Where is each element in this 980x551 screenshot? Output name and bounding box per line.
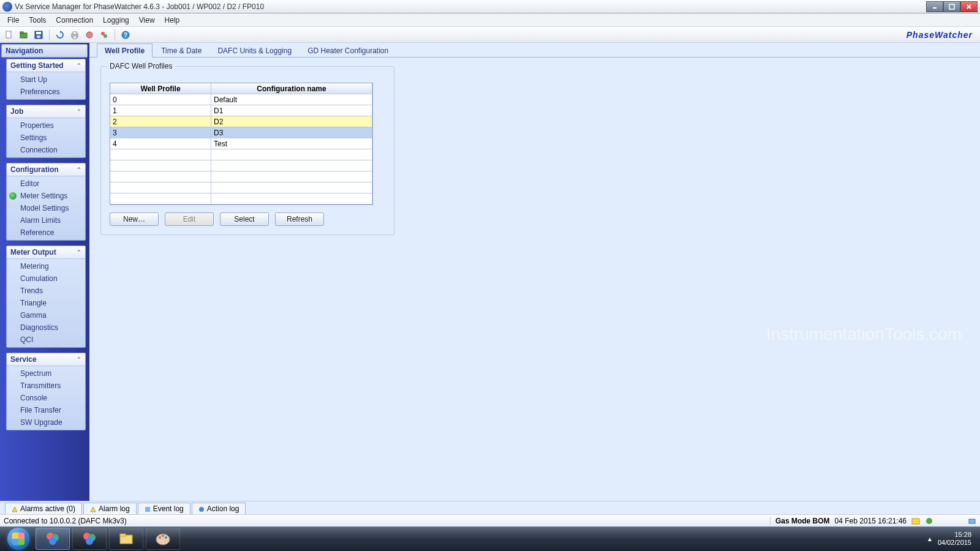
- toolbar: ? PhaseWatcher: [0, 27, 980, 43]
- tab-event-log[interactable]: Event log: [138, 503, 190, 514]
- status-indicator-1-icon: [911, 517, 920, 525]
- nav-item-metering[interactable]: Metering: [7, 260, 85, 272]
- nav-item-connection[interactable]: Connection: [7, 144, 85, 156]
- table-row-empty[interactable]: [110, 193, 372, 204]
- menu-file[interactable]: File: [2, 15, 24, 26]
- nav-item-file-transfer[interactable]: File Transfer: [7, 404, 85, 416]
- bottom-tabs: Alarms active (0) Alarm log Event log Ac…: [0, 501, 980, 514]
- nav-item-diagnostics[interactable]: Diagnostics: [7, 321, 85, 334]
- select-button[interactable]: Select: [220, 212, 269, 226]
- navigation-sidebar: Navigation Getting Started⌃Start UpPrefe…: [0, 43, 89, 501]
- tray-clock[interactable]: 15:28 04/02/2015: [938, 531, 971, 547]
- status-bar: Connected to 10.0.0.2 (DAFC Mk3v3) Gas M…: [0, 514, 980, 527]
- minimize-button[interactable]: [926, 1, 943, 12]
- save-icon[interactable]: [33, 29, 44, 40]
- taskbar-app-2[interactable]: [72, 528, 107, 550]
- cell-profile: 4: [110, 138, 211, 149]
- taskbar-explorer[interactable]: [109, 528, 143, 550]
- nav-group-header[interactable]: Meter Output⌃: [7, 246, 85, 259]
- start-orb-icon: [7, 528, 29, 550]
- system-tray[interactable]: ▲ 15:28 04/02/2015: [927, 531, 976, 547]
- menu-connection[interactable]: Connection: [51, 15, 98, 26]
- tab-alarms-active[interactable]: Alarms active (0): [5, 503, 82, 514]
- new-file-icon[interactable]: [4, 29, 15, 40]
- status-indicator-2-icon: [925, 517, 933, 525]
- nav-item-meter-settings[interactable]: Meter Settings: [7, 190, 85, 202]
- taskbar-paint[interactable]: [146, 528, 180, 550]
- nav-item-alarm-limits[interactable]: Alarm Limits: [7, 214, 85, 227]
- nav-item-qci[interactable]: QCI: [7, 334, 85, 346]
- edit-button: Edit: [165, 212, 214, 226]
- nav-item-model-settings[interactable]: Model Settings: [7, 202, 85, 214]
- nav-group-header[interactable]: Job⌃: [7, 105, 85, 118]
- tab-alarm-log[interactable]: Alarm log: [83, 503, 137, 514]
- table-row[interactable]: 0Default: [110, 94, 372, 105]
- nav-item-console[interactable]: Console: [7, 392, 85, 404]
- nav-group-header[interactable]: Service⌃: [7, 353, 85, 366]
- cell-profile: 0: [110, 94, 211, 105]
- table-row[interactable]: 1D1: [110, 105, 372, 116]
- table-row-empty[interactable]: [110, 182, 372, 193]
- nav-group-header[interactable]: Configuration⌃: [7, 163, 85, 176]
- table-row-empty[interactable]: [110, 171, 372, 182]
- taskbar-app-1[interactable]: [36, 528, 70, 550]
- nav-item-trends[interactable]: Trends: [7, 285, 85, 297]
- menu-logging[interactable]: Logging: [98, 15, 134, 26]
- maximize-button[interactable]: [943, 1, 960, 12]
- close-button[interactable]: [960, 1, 978, 12]
- tab-time-date[interactable]: Time & Date: [154, 44, 209, 57]
- start-button[interactable]: [4, 527, 33, 551]
- window-titlebar: Vx Service Manager for PhaseWatcher 4.6.…: [0, 0, 980, 13]
- nav-item-preferences[interactable]: Preferences: [7, 86, 85, 98]
- alarm-log-icon: [90, 506, 96, 512]
- connect-icon[interactable]: [84, 29, 95, 40]
- svg-rect-22: [969, 519, 975, 523]
- menu-tools[interactable]: Tools: [24, 15, 51, 26]
- nav-group-header[interactable]: Getting Started⌃: [7, 59, 85, 72]
- cell-config: D1: [211, 105, 372, 116]
- tab-gd-heater[interactable]: GD Heater Configuration: [300, 44, 396, 57]
- table-row-empty[interactable]: [110, 160, 372, 171]
- folder-icon: [118, 530, 135, 547]
- brand-logo: PhaseWatcher: [907, 30, 973, 40]
- nav-item-spectrum[interactable]: Spectrum: [7, 367, 85, 380]
- nav-item-editor[interactable]: Editor: [7, 178, 85, 190]
- nav-item-gamma[interactable]: Gamma: [7, 309, 85, 321]
- disconnect-icon[interactable]: [99, 29, 110, 40]
- tray-chevron-icon[interactable]: ▲: [927, 536, 933, 542]
- help-icon[interactable]: ?: [120, 29, 131, 40]
- nav-item-transmitters[interactable]: Transmitters: [7, 380, 85, 392]
- tab-action-log[interactable]: Action log: [192, 503, 246, 514]
- table-row[interactable]: 2D2: [110, 116, 372, 127]
- tab-well-profile[interactable]: Well Profile: [97, 43, 153, 58]
- cell-config: Test: [211, 138, 372, 149]
- nav-item-start-up[interactable]: Start Up: [7, 73, 85, 86]
- refresh-icon[interactable]: [55, 29, 66, 40]
- event-log-icon: [145, 506, 151, 512]
- status-indicator-3-icon: [968, 517, 976, 525]
- svg-rect-8: [36, 32, 41, 34]
- nav-item-reference[interactable]: Reference: [7, 227, 85, 239]
- svg-text:?: ?: [124, 32, 127, 39]
- content-tabs: Well Profile Time & Date DAFC Units & Lo…: [89, 43, 980, 58]
- table-row[interactable]: 4Test: [110, 138, 372, 149]
- cell-profile: 3: [110, 127, 211, 138]
- svg-rect-6: [20, 32, 23, 34]
- tab-dafc-units[interactable]: DAFC Units & Logging: [210, 44, 299, 57]
- menu-help[interactable]: Help: [160, 15, 185, 26]
- nav-item-sw-upgrade[interactable]: SW Upgrade: [7, 416, 85, 429]
- refresh-button[interactable]: Refresh: [275, 212, 324, 226]
- open-icon[interactable]: [18, 29, 29, 40]
- new-button[interactable]: New…: [110, 212, 159, 226]
- nav-item-cumulation[interactable]: Cumulation: [7, 272, 85, 285]
- svg-rect-11: [73, 32, 77, 34]
- print-icon[interactable]: [69, 29, 80, 40]
- nav-item-properties[interactable]: Properties: [7, 119, 85, 132]
- menu-view[interactable]: View: [134, 15, 160, 26]
- table-row-empty[interactable]: [110, 149, 372, 160]
- nav-item-settings[interactable]: Settings: [7, 132, 85, 144]
- svg-point-19: [199, 507, 204, 512]
- table-row[interactable]: 3D3: [110, 127, 372, 138]
- nav-item-triangle[interactable]: Triangle: [7, 297, 85, 309]
- well-profile-table[interactable]: Well Profile Configuration name 0Default…: [110, 83, 373, 205]
